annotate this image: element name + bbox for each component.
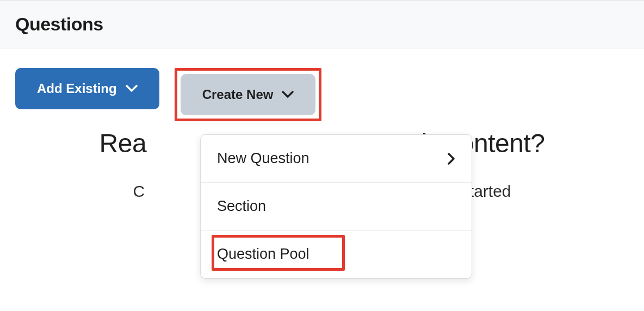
dropdown-item-label: New Question — [217, 150, 309, 167]
create-new-dropdown: New Question Section Question Pool — [200, 134, 472, 279]
button-row: Add Existing Create New — [15, 68, 629, 121]
dropdown-item-question-pool[interactable]: Question Pool — [201, 231, 472, 278]
create-new-label: Create New — [202, 87, 274, 102]
header-bar: Questions — [0, 0, 644, 48]
chevron-down-icon — [126, 85, 138, 92]
dropdown-item-new-question[interactable]: New Question — [201, 135, 472, 183]
chevron-right-icon — [448, 153, 455, 165]
page-title: Questions — [15, 14, 629, 35]
content-area: Add Existing Create New New Question Sec… — [0, 48, 644, 121]
chevron-down-icon — [282, 91, 294, 98]
create-new-highlight: Create New — [175, 68, 322, 121]
add-existing-label: Add Existing — [37, 81, 117, 96]
dropdown-item-label: Question Pool — [217, 246, 309, 263]
create-new-button[interactable]: Create New — [181, 74, 316, 115]
add-existing-button[interactable]: Add Existing — [15, 68, 159, 109]
dropdown-item-section[interactable]: Section — [201, 183, 472, 231]
dropdown-item-label: Section — [217, 198, 266, 215]
bg-sub-left: C — [133, 182, 145, 200]
bg-heading-left: Rea — [100, 129, 147, 158]
